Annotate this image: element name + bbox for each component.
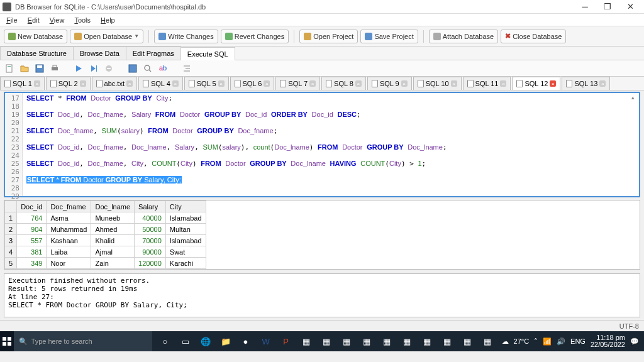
menu-view[interactable]: View <box>46 15 69 25</box>
save-icon[interactable] <box>34 63 45 74</box>
cell-doc-id[interactable]: 349 <box>17 258 47 269</box>
cell-lname[interactable]: Ajmal <box>91 246 135 258</box>
sql-tab[interactable]: SQL 11× <box>463 77 511 90</box>
app-icon[interactable]: ▦ <box>418 332 436 351</box>
weather-temp[interactable]: 27°C <box>514 337 530 345</box>
column-header[interactable]: Doc_fname <box>47 201 91 212</box>
run-line-icon[interactable] <box>88 63 99 74</box>
explorer-icon[interactable]: 📁 <box>216 332 235 351</box>
close-database-button[interactable]: ✖Close Database <box>501 30 566 43</box>
open-database-button[interactable]: Open Database▼ <box>70 30 143 43</box>
powerpoint-icon[interactable]: P <box>277 332 296 351</box>
run-icon[interactable] <box>73 63 84 74</box>
cell-city[interactable]: Islamabad <box>165 212 206 224</box>
sql-tab[interactable]: SQL 5× <box>184 77 229 90</box>
tray-chevron-icon[interactable]: ˄ <box>534 337 538 346</box>
tab-execute-sql[interactable]: Execute SQL <box>180 47 235 60</box>
cell-fname[interactable]: Asma <box>47 212 91 224</box>
close-tab-icon[interactable]: × <box>218 80 225 87</box>
column-header[interactable]: City <box>165 201 206 212</box>
new-database-button[interactable]: New Database <box>4 30 67 43</box>
clock[interactable]: 11:18 pm 22/05/2022 <box>591 334 625 348</box>
menu-tools[interactable]: Tools <box>70 15 94 25</box>
close-tab-icon[interactable]: × <box>264 80 270 87</box>
sql-tab[interactable]: SQL 12× <box>512 77 560 90</box>
save-project-button[interactable]: Save Project <box>360 30 418 43</box>
sql-tab[interactable]: SQL 4× <box>138 77 183 90</box>
sql-tab[interactable]: SQL 13× <box>562 77 610 90</box>
close-tab-icon[interactable]: × <box>599 80 606 87</box>
app-icon[interactable]: ▦ <box>438 332 457 351</box>
cell-fname[interactable]: Kashaan <box>47 235 91 246</box>
save-results-icon[interactable] <box>127 63 138 74</box>
taskview-icon[interactable]: ▭ <box>176 332 195 351</box>
table-row[interactable]: 4381LaibaAjmal90000Swat <box>5 246 206 258</box>
close-tab-icon[interactable]: × <box>355 80 362 87</box>
column-header[interactable]: Doc_lname <box>91 201 135 212</box>
sql-tab[interactable]: SQL 9× <box>367 77 412 90</box>
menu-edit[interactable]: Edit <box>24 15 43 25</box>
app-icon[interactable]: ▦ <box>478 332 497 351</box>
language-icon[interactable]: ENG <box>570 337 586 345</box>
minimize-button[interactable]: ─ <box>574 0 596 14</box>
close-tab-icon[interactable]: × <box>34 80 40 87</box>
taskbar-search[interactable]: 🔍 Type here to search <box>14 331 152 351</box>
close-button[interactable]: ✕ <box>619 0 641 14</box>
print-icon[interactable] <box>49 63 60 74</box>
close-tab-icon[interactable]: × <box>126 80 133 87</box>
cell-doc-id[interactable]: 904 <box>17 224 47 235</box>
stop-icon[interactable] <box>103 63 114 74</box>
cell-salary[interactable]: 120000 <box>135 258 166 269</box>
close-tab-icon[interactable]: × <box>401 80 408 87</box>
app-icon[interactable]: ▦ <box>357 332 376 351</box>
cell-fname[interactable]: Muhammad <box>47 224 91 235</box>
tab-edit-pragmas[interactable]: Edit Pragmas <box>126 47 181 60</box>
cell-doc-id[interactable]: 764 <box>17 212 47 224</box>
table-row[interactable]: 1764AsmaMuneeb40000Islamabad <box>5 212 206 224</box>
cell-fname[interactable]: Laiba <box>47 246 91 258</box>
maximize-button[interactable]: ❐ <box>596 0 619 14</box>
column-header[interactable]: Salary <box>135 201 166 212</box>
word-icon[interactable]: W <box>257 332 275 351</box>
cell-city[interactable]: Islamabad <box>165 235 206 246</box>
cell-salary[interactable]: 40000 <box>135 212 166 224</box>
wifi-icon[interactable]: 📶 <box>543 337 552 346</box>
sql-tab[interactable]: SQL 10× <box>413 77 462 90</box>
close-tab-icon[interactable]: × <box>500 80 506 87</box>
sql-tab[interactable]: SQL 8× <box>321 77 366 90</box>
notifications-icon[interactable]: 💬 <box>630 337 639 346</box>
open-file-icon[interactable] <box>19 63 30 74</box>
open-project-button[interactable]: Open Project <box>299 30 358 43</box>
sql-tab[interactable]: SQL 2× <box>46 77 91 90</box>
app-icon[interactable]: ▦ <box>317 332 336 351</box>
cell-lname[interactable]: Muneeb <box>91 212 135 224</box>
close-tab-icon[interactable]: × <box>172 80 179 87</box>
menu-help[interactable]: Help <box>97 15 119 25</box>
app-icon[interactable]: ▦ <box>337 332 356 351</box>
chrome-icon[interactable]: ● <box>236 332 255 351</box>
execution-log[interactable]: Execution finished without errors. Resul… <box>4 273 640 317</box>
cell-salary[interactable]: 50000 <box>135 224 166 235</box>
cell-city[interactable]: Karachi <box>165 258 206 269</box>
sql-tab[interactable]: abc.txt× <box>92 77 137 90</box>
edge-icon[interactable]: 🌐 <box>196 332 215 351</box>
cell-salary[interactable]: 70000 <box>135 235 166 246</box>
sql-tab[interactable]: SQL 6× <box>230 77 275 90</box>
table-row[interactable]: 3557KashaanKhalid70000Islamabad <box>5 235 206 246</box>
app-icon[interactable]: ▦ <box>377 332 396 351</box>
volume-icon[interactable]: 🔊 <box>557 337 565 346</box>
sql-tab[interactable]: SQL 1× <box>0 77 45 90</box>
cell-fname[interactable]: Noor <box>47 258 91 269</box>
menu-file[interactable]: File <box>3 15 21 25</box>
cell-lname[interactable]: Ahmed <box>91 224 135 235</box>
result-grid[interactable]: Doc_idDoc_fnameDoc_lnameSalaryCity 1764A… <box>4 200 206 269</box>
cell-lname[interactable]: Khalid <box>91 235 135 246</box>
cell-lname[interactable]: Zain <box>91 258 135 269</box>
find-replace-icon[interactable]: ab <box>157 63 169 74</box>
cell-salary[interactable]: 90000 <box>135 246 166 258</box>
revert-changes-button[interactable]: Revert Changes <box>221 30 289 43</box>
table-row[interactable]: 5349NoorZain120000Karachi <box>5 258 206 269</box>
new-tab-icon[interactable] <box>4 63 15 74</box>
attach-database-button[interactable]: Attach Database <box>429 30 498 43</box>
weather-icon[interactable]: ☁ <box>502 337 509 346</box>
